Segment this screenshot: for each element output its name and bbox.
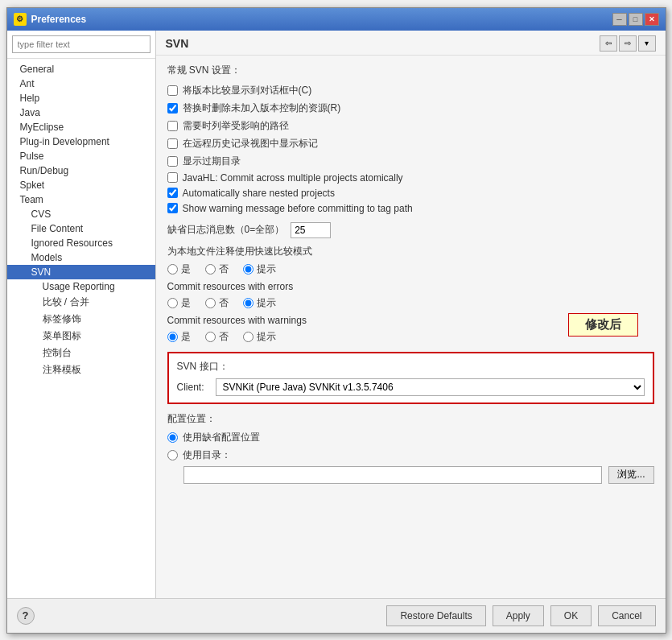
tree-item-models[interactable]: Models <box>7 250 155 265</box>
browse-button[interactable]: 浏览... <box>608 466 653 484</box>
tree-area: General Ant Help Java MyEclipse Plug-in … <box>7 59 155 598</box>
commit-errors-yes: 是 <box>167 296 191 310</box>
right-content: 常规 SVN 设置： 将版本比较显示到对话框中(C) 替换时删除未加入版本控制的… <box>156 56 666 598</box>
local-compare-no-radio[interactable] <box>205 264 216 275</box>
config-default-radio[interactable] <box>167 432 178 443</box>
svn-interface-box: SVN 接口： Client: SVNKit (Pure Java) SVNKi… <box>167 352 654 404</box>
local-compare-yes: 是 <box>167 262 191 276</box>
commit-warnings-yes-radio[interactable] <box>167 332 178 342</box>
cb-delete-unversioned[interactable] <box>167 103 178 114</box>
cb-auto-share-label: Automatically share nested projects <box>183 188 335 199</box>
tree-item-console[interactable]: 控制台 <box>7 345 155 361</box>
cb-list-affected-label: 需要时列举受影响的路径 <box>183 119 289 133</box>
local-compare-prompt-label: 提示 <box>257 262 276 276</box>
tree-item-plugin-dev[interactable]: Plug-in Development <box>7 134 155 149</box>
dir-input[interactable] <box>183 466 603 484</box>
commit-errors-yes-label: 是 <box>181 296 191 310</box>
cb-auto-share[interactable] <box>167 188 178 198</box>
search-box <box>7 31 155 59</box>
tree-item-compare-merge[interactable]: 比较 / 合并 <box>7 294 155 311</box>
tree-item-svn[interactable]: SVN <box>7 265 155 279</box>
tree-item-ignored-resources[interactable]: Ignored Resources <box>7 236 155 250</box>
commit-warnings-section: Commit resources with warnings 是 否 提示 <box>167 315 654 344</box>
cb-show-warning[interactable] <box>167 203 178 213</box>
tree-item-help[interactable]: Help <box>7 91 155 105</box>
preferences-window: ⚙ Preferences ─ □ ✕ General Ant Help Jav… <box>6 7 666 634</box>
svn-interface-label: SVN 接口： <box>177 360 645 374</box>
help-button[interactable]: ? <box>17 607 35 625</box>
client-label: Client: <box>177 382 209 393</box>
commit-errors-yes-radio[interactable] <box>167 298 178 308</box>
commit-warnings-prompt-radio[interactable] <box>243 332 254 342</box>
cb-row-2: 替换时删除未加入版本控制的资源(R) <box>167 101 654 115</box>
cb-list-affected[interactable] <box>167 121 178 131</box>
commit-warnings-yes: 是 <box>167 330 191 344</box>
nav-dropdown-button[interactable]: ▾ <box>638 35 656 52</box>
config-dir-label: 使用目录： <box>183 448 231 462</box>
commit-errors-label: Commit resources with errors <box>167 281 654 292</box>
local-compare-yes-radio[interactable] <box>167 264 178 275</box>
cb-show-expired-label: 显示过期目录 <box>183 155 241 168</box>
ok-button[interactable]: OK <box>550 605 592 626</box>
tree-item-pulse[interactable]: Pulse <box>7 149 155 163</box>
apply-button[interactable]: Apply <box>493 605 544 626</box>
search-input[interactable] <box>12 35 150 53</box>
nav-back-button[interactable]: ⇦ <box>600 35 617 52</box>
cb-row-8: Show warning message before committing t… <box>167 203 654 214</box>
cb-javaHL-label: JavaHL: Commit across multiple projects … <box>183 172 403 184</box>
cancel-button[interactable]: Cancel <box>598 605 655 626</box>
cb-row-5: 显示过期目录 <box>167 155 654 168</box>
config-label: 配置位置： <box>167 412 654 426</box>
tree-item-general[interactable]: General <box>7 62 155 76</box>
client-select[interactable]: SVNKit (Pure Java) SVNKit v1.3.5.7406 Ja… <box>216 378 645 396</box>
commit-errors-no-radio[interactable] <box>205 298 216 308</box>
dir-row: 浏览... <box>183 466 654 484</box>
local-compare-prompt: 提示 <box>243 262 276 276</box>
tree-item-myeclipse[interactable]: MyEclipse <box>7 120 155 134</box>
window-icon: ⚙ <box>14 13 27 26</box>
cb-show-tag[interactable] <box>167 138 178 149</box>
config-dir-radio[interactable] <box>167 450 178 460</box>
tree-item-comment-template[interactable]: 注释模板 <box>7 361 155 378</box>
annotation-callout: 修改后 <box>568 313 638 337</box>
tree-item-spket[interactable]: Spket <box>7 178 155 192</box>
restore-defaults-button[interactable]: Restore Defaults <box>386 605 485 626</box>
cb-javaHL[interactable] <box>167 172 178 183</box>
config-default-row: 使用缺省配置位置 <box>167 431 654 444</box>
config-default-label: 使用缺省配置位置 <box>183 431 260 444</box>
local-compare-prompt-radio[interactable] <box>243 264 254 275</box>
nav-forward-button[interactable]: ⇨ <box>619 35 637 52</box>
tree-item-cvs[interactable]: CVS <box>7 207 155 221</box>
title-bar: ⚙ Preferences ─ □ ✕ <box>7 8 666 31</box>
tree-item-file-content[interactable]: File Content <box>7 221 155 236</box>
tree-item-java[interactable]: Java <box>7 105 155 120</box>
tree-item-ant[interactable]: Ant <box>7 76 155 91</box>
bottom-bar: ? Restore Defaults Apply OK Cancel <box>7 598 666 633</box>
local-compare-no: 否 <box>205 262 229 276</box>
tree-item-run-debug[interactable]: Run/Debug <box>7 163 155 178</box>
tree-item-tag-decoration[interactable]: 标签修饰 <box>7 311 155 328</box>
tree-item-menu-icons[interactable]: 菜单图标 <box>7 328 155 345</box>
commit-warnings-prompt-label: 提示 <box>257 330 276 344</box>
right-header: SVN ⇦ ⇨ ▾ <box>156 31 666 56</box>
log-count-input[interactable] <box>291 222 331 238</box>
commit-errors-prompt-radio[interactable] <box>243 298 254 308</box>
commit-errors-no-label: 否 <box>219 296 229 310</box>
bottom-left: ? <box>17 607 35 625</box>
cb-row-7: Automatically share nested projects <box>167 188 654 199</box>
tree-item-team[interactable]: Team <box>7 192 155 207</box>
cb-show-warning-label: Show warning message before committing t… <box>183 203 413 214</box>
tree-item-usage-reporting[interactable]: Usage Reporting <box>7 279 155 294</box>
minimize-button[interactable]: ─ <box>612 13 627 26</box>
maximize-button[interactable]: □ <box>629 13 643 26</box>
cb-show-tag-label: 在远程历史记录视图中显示标记 <box>183 137 318 151</box>
commit-warnings-prompt: 提示 <box>243 330 276 344</box>
local-compare-radio-row: 是 否 提示 <box>167 262 654 276</box>
close-button[interactable]: ✕ <box>645 13 659 26</box>
commit-warnings-no-radio[interactable] <box>205 332 216 342</box>
cb-show-expired[interactable] <box>167 156 178 167</box>
commit-errors-no: 否 <box>205 296 229 310</box>
cb-show-compare[interactable] <box>167 85 178 96</box>
client-row: Client: SVNKit (Pure Java) SVNKit v1.3.5… <box>177 378 645 396</box>
cb-row-6: JavaHL: Commit across multiple projects … <box>167 172 654 184</box>
